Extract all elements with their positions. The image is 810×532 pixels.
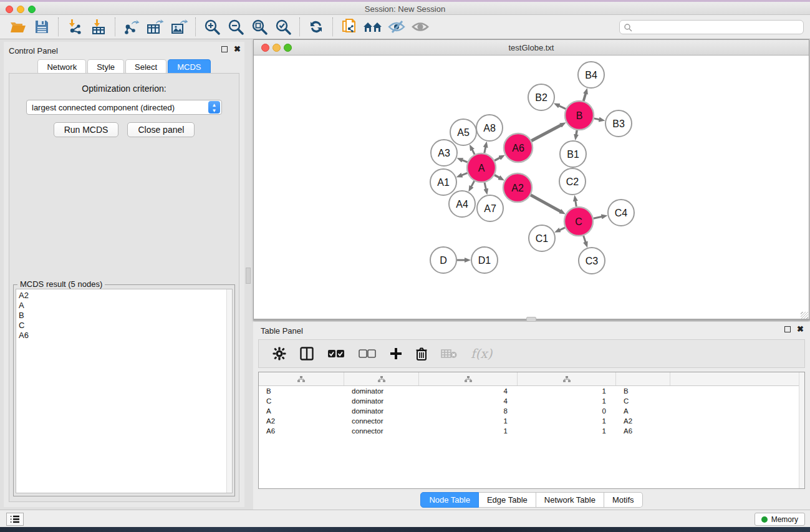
edge-B-B4[interactable] [584,94,586,101]
cell-predecessor-nodes[interactable]: 1 [518,386,616,396]
edge-A6-B[interactable] [531,125,561,140]
import-network-button[interactable] [63,17,87,37]
vertical-splitter-handle[interactable] [246,268,251,284]
table-row[interactable]: Cdominator41C [259,396,804,406]
float-panel-icon[interactable] [221,46,228,52]
column-header-MCDS-role[interactable] [344,372,419,385]
mcds-result-list[interactable]: A2ABCA6 [16,289,233,493]
tab-node-table[interactable]: Node Table [420,492,479,508]
hide-selected-button[interactable] [385,17,408,37]
edge-A-A2[interactable] [494,175,499,178]
new-network-from-selection-button[interactable] [337,17,361,37]
column-header-shared-name[interactable] [259,372,344,385]
cell-shared-name[interactable]: A6 [259,426,344,436]
network-canvas[interactable]: B4B2BB3A5A8A6A3B1AA1C2A2A4A7C4CC1C3DD1 [254,56,809,320]
select-all-columns-button[interactable] [327,349,345,358]
graph-node-A4[interactable]: A4 [449,191,475,217]
graph-node-C3[interactable]: C3 [579,248,605,274]
edge-B-B3[interactable] [594,118,600,120]
mcds-result-item[interactable]: C [19,321,232,331]
deselect-all-columns-button[interactable] [359,349,376,358]
graph-node-C4[interactable]: C4 [608,200,634,226]
mcds-result-item[interactable]: B [19,311,232,321]
network-window-titlebar[interactable]: testGlobe.txt [254,40,809,56]
graph-node-A8[interactable]: A8 [476,115,503,141]
edge-C-C2[interactable] [576,201,577,207]
cell-successor-nodes[interactable]: 1 [419,416,518,426]
mcds-list-scrollbar[interactable] [226,289,232,493]
zoom-selected-button[interactable] [271,17,295,37]
zoom-fit-button[interactable] [248,17,271,37]
edge-A-A1[interactable] [461,173,468,175]
graph-node-A2[interactable]: A2 [503,173,532,202]
cell-name[interactable]: C [616,396,670,406]
column-header-name[interactable] [616,372,670,385]
graph-node-C2[interactable]: C2 [559,168,586,195]
edge-A-A7[interactable] [485,182,486,189]
graph-node-B3[interactable]: B3 [605,110,632,137]
zoom-out-button[interactable] [224,17,248,37]
cell-predecessor-nodes[interactable]: 0 [518,406,616,416]
graph-node-C1[interactable]: C1 [529,225,555,251]
refresh-button[interactable] [304,17,328,37]
memory-button[interactable]: Memory [755,513,805,526]
close-panel-icon[interactable]: ✖ [234,46,241,52]
edge-C-C1[interactable] [559,228,565,230]
close-panel-button[interactable]: Close panel [127,122,195,137]
task-history-button[interactable] [6,513,24,526]
edge-B-B2[interactable] [559,105,566,109]
graph-node-D1[interactable]: D1 [471,247,498,273]
tab-edge-table[interactable]: Edge Table [479,492,536,508]
float-table-panel-icon[interactable] [784,326,791,332]
graph-node-A1[interactable]: A1 [430,169,456,195]
graph-node-A[interactable]: A [467,153,496,182]
first-neighbors-button[interactable] [361,17,385,37]
cell-name[interactable]: B [616,386,670,396]
graph-node-C[interactable]: C [564,207,593,236]
cell-MCDS-role[interactable]: connector [344,426,419,436]
table-row[interactable]: Adominator80A [259,406,804,416]
delete-column-button[interactable] [416,347,427,360]
open-session-button[interactable] [6,17,30,37]
search-input[interactable] [632,23,803,32]
graph-node-B4[interactable]: B4 [578,62,604,88]
table-row[interactable]: Bdominator41B [259,386,804,396]
edge-A-A6[interactable] [494,158,500,161]
tab-network-table[interactable]: Network Table [536,492,604,508]
network-graph[interactable]: B4B2BB3A5A8A6A3B1AA1C2A2A4A7C4CC1C3DD1 [254,56,809,320]
graph-node-D[interactable]: D [430,247,456,273]
column-header-predecessor-nodes[interactable] [518,372,616,385]
cell-MCDS-role[interactable]: dominator [344,396,419,406]
import-table-button[interactable] [87,17,110,37]
graph-node-A5[interactable]: A5 [450,119,476,145]
horizontal-splitter-handle[interactable] [526,317,536,322]
cell-name[interactable]: A6 [616,426,670,436]
graph-node-A6[interactable]: A6 [504,133,533,162]
graph-node-A3[interactable]: A3 [431,140,457,166]
mcds-result-item[interactable]: A2 [19,291,232,301]
tab-motifs[interactable]: Motifs [604,492,643,508]
cell-MCDS-role[interactable]: dominator [344,386,419,396]
cell-predecessor-nodes[interactable]: 1 [518,396,616,406]
mcds-result-item[interactable]: A6 [19,331,232,341]
function-builder-button[interactable]: f(x) [471,346,492,361]
edge-A-A5[interactable] [472,150,475,155]
mcds-result-item[interactable]: A [19,301,232,311]
graph-node-B[interactable]: B [565,101,594,130]
cell-shared-name[interactable]: A2 [259,416,344,426]
edge-C-C3[interactable] [584,236,586,243]
graph-node-B2[interactable]: B2 [528,84,554,110]
edge-A2-C[interactable] [531,195,561,211]
table-scrollbar[interactable] [799,372,804,488]
cell-predecessor-nodes[interactable]: 1 [518,416,616,426]
edge-B-B1[interactable] [576,130,577,135]
search-field[interactable] [619,20,804,34]
export-network-button[interactable] [120,17,143,37]
cell-shared-name[interactable]: A [259,406,344,416]
graph-node-A7[interactable]: A7 [477,195,503,221]
graph-node-B1[interactable]: B1 [560,141,586,167]
table-row[interactable]: A6connector11A6 [259,426,804,436]
criterion-dropdown[interactable]: largest connected component (directed) ▲… [26,100,222,115]
cell-MCDS-role[interactable]: dominator [344,406,419,416]
cell-shared-name[interactable]: C [259,396,344,406]
